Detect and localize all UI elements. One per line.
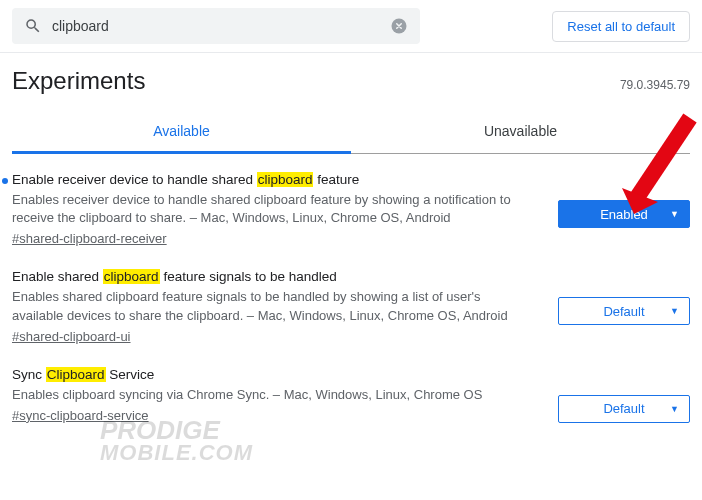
experiment-description: Enables clipboard syncing via Chrome Syn… xyxy=(12,386,534,404)
page-title: Experiments xyxy=(12,67,145,95)
select-value: Default xyxy=(603,304,644,319)
experiment-hash-link[interactable]: #shared-clipboard-receiver xyxy=(12,231,167,246)
experiment-description: Enables receiver device to handle shared… xyxy=(12,191,534,227)
search-box[interactable] xyxy=(12,8,420,44)
experiment-title: Sync Clipboard Service xyxy=(12,367,534,382)
chevron-down-icon: ▼ xyxy=(670,404,679,414)
select-value: Default xyxy=(603,401,644,416)
experiment-row: Enable receiver device to handle shared … xyxy=(0,154,702,251)
search-input[interactable] xyxy=(52,18,380,34)
experiment-row: Enable shared clipboard feature signals … xyxy=(0,251,702,348)
experiment-hash-link[interactable]: #shared-clipboard-ui xyxy=(12,329,131,344)
chevron-down-icon: ▼ xyxy=(670,306,679,316)
reset-all-button[interactable]: Reset all to default xyxy=(552,11,690,42)
experiment-state-select[interactable]: Enabled▼ xyxy=(558,200,690,228)
experiment-state-select[interactable]: Default▼ xyxy=(558,297,690,325)
experiment-hash-link[interactable]: #sync-clipboard-service xyxy=(12,408,149,423)
experiment-state-select[interactable]: Default▼ xyxy=(558,395,690,423)
experiment-description: Enables shared clipboard feature signals… xyxy=(12,288,534,324)
clear-search-icon[interactable] xyxy=(390,17,408,35)
experiment-row: Sync Clipboard ServiceEnables clipboard … xyxy=(0,349,702,428)
tab-available[interactable]: Available xyxy=(12,115,351,154)
tab-unavailable[interactable]: Unavailable xyxy=(351,115,690,154)
version-label: 79.0.3945.79 xyxy=(620,78,690,92)
select-value: Enabled xyxy=(600,207,648,222)
chevron-down-icon: ▼ xyxy=(670,209,679,219)
tabs: Available Unavailable xyxy=(12,115,690,154)
experiment-title: Enable shared clipboard feature signals … xyxy=(12,269,534,284)
modified-dot xyxy=(2,178,8,184)
experiment-title: Enable receiver device to handle shared … xyxy=(12,172,534,187)
search-icon xyxy=(24,17,42,35)
